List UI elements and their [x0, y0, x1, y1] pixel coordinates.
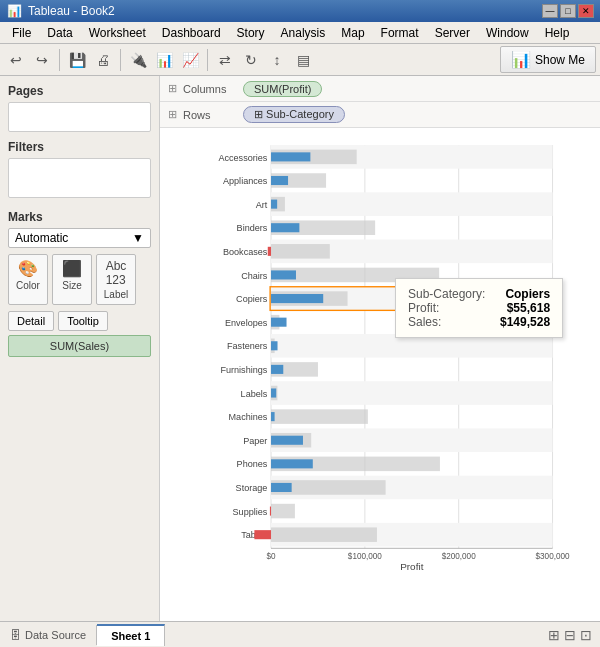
svg-text:Fasteners: Fasteners — [227, 341, 268, 351]
menu-worksheet[interactable]: Worksheet — [81, 24, 154, 42]
label-label: Label — [104, 289, 128, 300]
left-panel: Pages Filters Marks Automatic ▼ 🎨 Color … — [0, 76, 160, 621]
data-source-label: Data Source — [25, 629, 86, 641]
size-button[interactable]: ⬛ Size — [52, 254, 92, 305]
minimize-button[interactable]: — — [542, 4, 558, 18]
svg-rect-28 — [271, 294, 323, 303]
menu-help[interactable]: Help — [537, 24, 578, 42]
svg-text:$100,000: $100,000 — [348, 552, 382, 561]
svg-rect-53 — [271, 459, 313, 468]
redo-button[interactable]: ↪ — [30, 48, 54, 72]
svg-rect-40 — [271, 381, 553, 405]
rows-label: Rows — [183, 109, 243, 121]
svg-text:Supplies: Supplies — [233, 507, 268, 517]
svg-rect-14 — [271, 200, 277, 209]
svg-rect-57 — [271, 483, 292, 492]
svg-text:Furnishings: Furnishings — [220, 365, 267, 375]
new-dashboard-icon[interactable]: ⊟ — [564, 627, 576, 643]
svg-text:Accessories: Accessories — [218, 153, 267, 163]
close-button[interactable]: ✕ — [578, 4, 594, 18]
svg-text:Storage: Storage — [236, 483, 268, 493]
connect-button[interactable]: 🔌 — [126, 48, 150, 72]
detail-button[interactable]: Detail — [8, 311, 54, 331]
sum-sales-button[interactable]: SUM(Sales) — [8, 335, 151, 357]
svg-text:Envelopes: Envelopes — [225, 318, 268, 328]
svg-rect-24 — [271, 270, 296, 279]
svg-text:Appliances: Appliances — [223, 176, 268, 186]
menu-file[interactable]: File — [4, 24, 39, 42]
svg-rect-17 — [271, 223, 299, 232]
columns-icon: ⊞ — [168, 82, 177, 95]
app-icon: 📊 — [6, 3, 22, 19]
print-button[interactable]: 🖨 — [91, 48, 115, 72]
rows-pill[interactable]: ⊞ Sub-Category — [243, 106, 345, 123]
size-label: Size — [62, 280, 81, 291]
refresh-btn[interactable]: ↻ — [239, 48, 263, 72]
rows-shelf: ⊞ Rows ⊞ Sub-Category — [160, 102, 600, 128]
svg-rect-50 — [271, 436, 303, 445]
svg-rect-23 — [271, 268, 439, 283]
tab-icons: ⊞ ⊟ ⊡ — [548, 627, 600, 643]
title-bar: 📊 Tableau - Book2 — □ ✕ — [0, 0, 600, 22]
svg-text:$200,000: $200,000 — [442, 552, 476, 561]
database-icon: 🗄 — [10, 629, 21, 641]
chart-btn-1[interactable]: 📊 — [152, 48, 176, 72]
menu-window[interactable]: Window — [478, 24, 537, 42]
svg-text:Phones: Phones — [237, 459, 268, 469]
marks-title: Marks — [8, 210, 151, 224]
maximize-button[interactable]: □ — [560, 4, 576, 18]
svg-rect-39 — [271, 365, 283, 374]
rows-value: Sub-Category — [266, 108, 334, 120]
chart-area: ⊞ Columns SUM(Profit) ⊞ Rows ⊞ Sub-Categ… — [160, 76, 600, 621]
data-source-tab[interactable]: 🗄 Data Source — [0, 625, 97, 645]
pages-section: Pages — [8, 84, 151, 132]
new-sheet-icon[interactable]: ⊞ — [548, 627, 560, 643]
sheet-label: Sheet 1 — [111, 630, 150, 642]
svg-text:Paper: Paper — [243, 436, 267, 446]
menu-dashboard[interactable]: Dashboard — [154, 24, 229, 42]
menu-format[interactable]: Format — [373, 24, 427, 42]
toolbar-separator-3 — [207, 49, 208, 71]
window-controls[interactable]: — □ ✕ — [542, 4, 594, 18]
svg-text:Chairs: Chairs — [241, 271, 268, 281]
marks-type-label: Automatic — [15, 231, 68, 245]
label-icon: Abc123 — [106, 259, 127, 287]
columns-pill[interactable]: SUM(Profit) — [243, 81, 322, 97]
tooltip-button[interactable]: Tooltip — [58, 311, 108, 331]
chart-btn-2[interactable]: 📈 — [178, 48, 202, 72]
svg-rect-46 — [271, 412, 275, 421]
label-button[interactable]: Abc123 Label — [96, 254, 136, 305]
rows-plus-icon: ⊞ — [254, 108, 266, 120]
undo-button[interactable]: ↩ — [4, 48, 28, 72]
svg-rect-63 — [271, 527, 377, 542]
show-me-button[interactable]: 📊 Show Me — [500, 46, 596, 73]
columns-label: Columns — [183, 83, 243, 95]
svg-rect-36 — [271, 341, 277, 350]
color-button[interactable]: 🎨 Color — [8, 254, 48, 305]
menu-analysis[interactable]: Analysis — [273, 24, 334, 42]
svg-text:$0: $0 — [266, 552, 276, 561]
menu-story[interactable]: Story — [229, 24, 273, 42]
svg-text:Copiers: Copiers — [236, 294, 268, 304]
marks-type-dropdown[interactable]: Automatic ▼ — [8, 228, 151, 248]
menu-data[interactable]: Data — [39, 24, 80, 42]
svg-rect-21 — [268, 247, 271, 256]
sheet-tab[interactable]: Sheet 1 — [97, 624, 165, 646]
swap-btn[interactable]: ⇄ — [213, 48, 237, 72]
menu-map[interactable]: Map — [333, 24, 372, 42]
toolbar-separator-1 — [59, 49, 60, 71]
svg-text:Binders: Binders — [237, 223, 268, 233]
bottom-bar: 🗄 Data Source Sheet 1 ⊞ ⊟ ⊡ — [0, 621, 600, 647]
filters-title: Filters — [8, 140, 151, 154]
sort-btn[interactable]: ↕ — [265, 48, 289, 72]
menu-server[interactable]: Server — [427, 24, 478, 42]
new-story-icon[interactable]: ⊡ — [580, 627, 592, 643]
pages-box — [8, 102, 151, 132]
svg-rect-33 — [271, 334, 553, 358]
chart-container: AccessoriesAppliancesArtBindersBookcases… — [160, 128, 600, 621]
color-label: Color — [16, 280, 40, 291]
filter-btn[interactable]: ▤ — [291, 48, 315, 72]
save-button[interactable]: 💾 — [65, 48, 89, 72]
show-me-label: Show Me — [535, 53, 585, 67]
chevron-down-icon: ▼ — [132, 231, 144, 245]
